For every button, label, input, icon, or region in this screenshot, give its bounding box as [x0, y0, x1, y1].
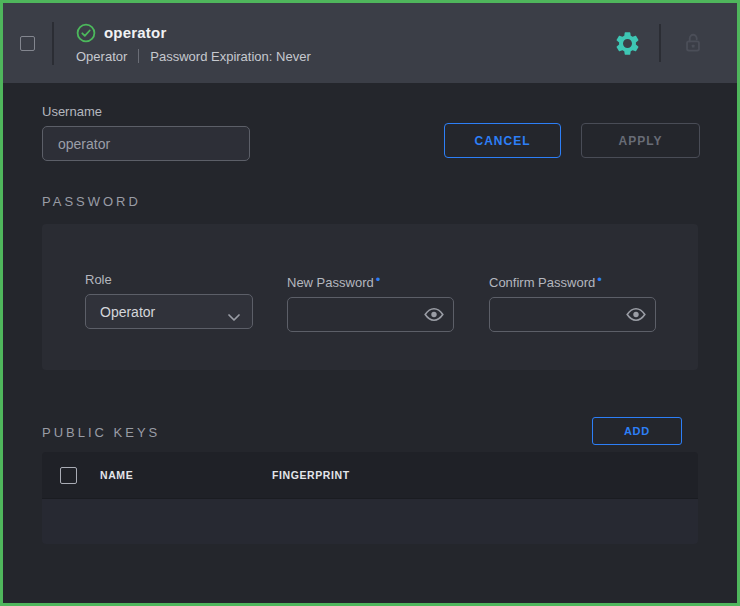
new-password-label: New Password• [287, 272, 454, 290]
status-check-circle-icon [76, 23, 96, 43]
cancel-button[interactable]: CANCEL [444, 123, 561, 158]
show-password-eye-icon[interactable] [424, 307, 444, 326]
subtitle-divider [138, 49, 139, 63]
chevron-down-icon [228, 309, 240, 325]
show-password-eye-icon[interactable] [626, 307, 646, 326]
public-keys-heading: PUBLIC KEYS [42, 425, 160, 440]
gear-icon [614, 30, 641, 57]
select-all-checkbox[interactable] [60, 467, 77, 484]
add-public-key-button[interactable]: ADD [592, 417, 682, 445]
role-select-value: Operator [100, 304, 155, 320]
table-header-row: NAME FINGERPRINT [42, 452, 698, 498]
public-keys-table: NAME FINGERPRINT [42, 452, 698, 544]
apply-button: APPLY [581, 123, 700, 158]
confirm-password-label: Confirm Password• [489, 272, 656, 290]
role-label: Role [85, 272, 253, 287]
username-input[interactable] [42, 126, 250, 161]
user-select-checkbox[interactable] [20, 36, 35, 51]
required-marker: • [376, 272, 381, 287]
password-section-heading: PASSWORD [42, 194, 141, 209]
user-detail-card: operator Operator Password Expiration: N… [0, 0, 740, 606]
user-role-text: Operator [76, 49, 127, 64]
user-card-header: operator Operator Password Expiration: N… [3, 3, 737, 83]
settings-button[interactable] [607, 23, 647, 63]
password-expiration-text: Password Expiration: Never [150, 49, 310, 64]
header-actions-divider [659, 24, 661, 62]
table-empty-row [42, 498, 698, 544]
username-label: Username [42, 104, 102, 119]
unlock-button[interactable] [673, 23, 713, 63]
user-title: operator [104, 24, 166, 41]
password-panel: Role Operator New Password• [42, 224, 698, 370]
column-header-name: NAME [100, 469, 272, 481]
lock-open-icon [680, 30, 706, 56]
role-select[interactable]: Operator [85, 294, 253, 329]
required-marker: • [597, 272, 602, 287]
column-header-fingerprint: FINGERPRINT [272, 469, 350, 481]
header-divider [52, 22, 54, 65]
